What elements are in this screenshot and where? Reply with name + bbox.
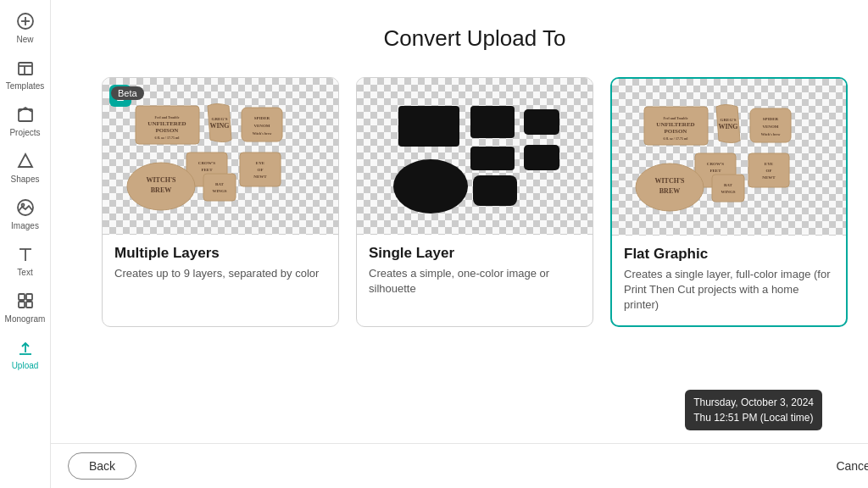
svg-rect-43: [398, 106, 459, 147]
svg-rect-45: [524, 109, 559, 135]
svg-rect-15: [26, 302, 32, 308]
svg-text:FEET: FEET: [709, 169, 721, 173]
shapes-icon: [16, 152, 35, 173]
cards-row: Feel and Trouble UNFILTERED POISON 6 fl.…: [102, 77, 848, 327]
sidebar-item-upload[interactable]: Upload: [3, 333, 48, 376]
monogram-icon: [16, 291, 35, 313]
svg-point-48: [393, 159, 468, 214]
card-multiple-layers-title: Multiple Layers: [114, 245, 220, 262]
card-multiple-layers[interactable]: Feel and Trouble UNFILTERED POISON 6 fl.…: [102, 77, 339, 327]
svg-text:6 fl. oz / 17.75 ml: 6 fl. oz / 17.75 ml: [664, 136, 689, 141]
upload-icon: [16, 338, 35, 359]
sidebar-item-templates-label: Templates: [6, 81, 45, 92]
svg-text:FEET: FEET: [201, 168, 213, 172]
card-single-layer-preview: [357, 78, 593, 235]
svg-text:VENOM: VENOM: [762, 125, 778, 129]
projects-icon: [16, 105, 35, 126]
svg-text:CROW'S: CROW'S: [198, 161, 216, 165]
svg-rect-3: [19, 63, 32, 75]
card-single-layer-title: Single Layer: [369, 245, 454, 262]
svg-text:CROW'S: CROW'S: [707, 162, 725, 166]
svg-text:UNFILTERED: UNFILTERED: [147, 120, 186, 127]
svg-rect-40: [203, 174, 236, 201]
svg-text:Feel and Trouble: Feel and Trouble: [155, 115, 180, 119]
card-single-layer[interactable]: Single Layer Creates a simple, one-color…: [356, 77, 593, 327]
text-icon: [16, 245, 35, 266]
images-icon: [16, 198, 35, 219]
svg-text:Witch's brew: Witch's brew: [761, 132, 781, 136]
svg-text:POISON: POISON: [665, 128, 687, 135]
new-icon: [16, 12, 35, 33]
svg-text:WITCH'S: WITCH'S: [654, 177, 685, 185]
svg-rect-47: [524, 145, 559, 170]
sidebar: New Templates Projects Shapes: [0, 0, 51, 488]
card-flat-graphic-desc: Creates a single layer, full-color image…: [624, 267, 834, 313]
svg-text:6 fl. oz / 17.75 ml: 6 fl. oz / 17.75 ml: [155, 136, 181, 140]
card-flat-graphic[interactable]: Feel and Trouble UNFILTERED POISON 6 fl.…: [610, 77, 848, 327]
card-single-layer-body: Single Layer Creates a simple, one-color…: [357, 235, 593, 308]
main-content: Convert Upload To Feel and Tro: [51, 0, 868, 488]
svg-text:VENOM: VENOM: [253, 124, 270, 128]
sidebar-item-text-label: Text: [17, 268, 32, 278]
sidebar-item-templates[interactable]: Templates: [3, 53, 48, 97]
sidebar-item-monogram[interactable]: Monogram: [3, 286, 48, 330]
card-multiple-layers-preview: Feel and Trouble UNFILTERED POISON 6 fl.…: [103, 78, 338, 235]
svg-text:SPIDER: SPIDER: [763, 117, 779, 121]
card-single-layer-desc: Creates a simple, one-color image or sil…: [369, 266, 581, 297]
card-multiple-layers-body: Multiple Layers Beta Creates up to 9 lay…: [103, 235, 338, 293]
svg-rect-49: [473, 175, 517, 206]
svg-text:BAT: BAT: [215, 182, 225, 186]
sidebar-item-images[interactable]: Images: [3, 193, 48, 236]
sidebar-item-projects-label: Projects: [9, 128, 40, 138]
svg-text:Feel and Trouble: Feel and Trouble: [664, 116, 688, 120]
tooltip-line2: Thu 12:51 PM (Local time): [693, 410, 814, 425]
svg-text:OF: OF: [258, 168, 264, 172]
svg-text:Witch's brew: Witch's brew: [253, 131, 272, 136]
svg-rect-71: [712, 175, 744, 202]
svg-text:WING: WING: [209, 122, 229, 130]
svg-rect-14: [19, 302, 25, 308]
svg-text:BREW: BREW: [659, 187, 680, 195]
svg-text:GREG'S: GREG'S: [721, 118, 737, 122]
svg-text:NEWT: NEWT: [762, 175, 776, 180]
svg-text:NEWT: NEWT: [253, 175, 267, 179]
content-area: Convert Upload To Feel and Tro: [51, 0, 868, 443]
sidebar-item-new-label: New: [16, 35, 33, 45]
svg-text:EYE: EYE: [256, 161, 265, 165]
page-title: Convert Upload To: [384, 25, 566, 52]
cancel-button[interactable]: Cancel: [836, 459, 868, 473]
datetime-tooltip: Thursday, October 3, 2024 Thu 12:51 PM (…: [685, 390, 822, 430]
svg-text:WITCH'S: WITCH'S: [146, 176, 176, 184]
svg-text:WINGS: WINGS: [212, 189, 226, 193]
svg-rect-44: [470, 106, 515, 138]
svg-text:BAT: BAT: [724, 183, 733, 187]
svg-text:POISON: POISON: [156, 127, 179, 134]
svg-rect-46: [470, 147, 515, 170]
sidebar-item-images-label: Images: [11, 221, 39, 231]
templates-icon: [16, 58, 35, 80]
footer: Back Thursday, October 3, 2024 Thu 12:51…: [51, 443, 868, 488]
card-multiple-layers-desc: Creates up to 9 layers, separated by col…: [114, 266, 326, 281]
card-flat-graphic-title: Flat Graphic: [624, 246, 708, 263]
svg-rect-13: [26, 294, 32, 300]
sidebar-item-text[interactable]: Text: [3, 240, 48, 283]
svg-text:BREW: BREW: [151, 186, 171, 194]
sidebar-item-projects[interactable]: Projects: [3, 100, 48, 143]
card-flat-graphic-body: Flat Graphic Creates a single layer, ful…: [612, 236, 846, 325]
sidebar-item-shapes-label: Shapes: [11, 175, 40, 185]
svg-text:UNFILTERED: UNFILTERED: [656, 121, 694, 128]
back-button[interactable]: Back: [68, 452, 136, 480]
svg-text:EYE: EYE: [765, 162, 774, 166]
svg-text:WING: WING: [718, 123, 737, 130]
sidebar-item-upload-label: Upload: [12, 361, 39, 371]
svg-rect-12: [19, 294, 25, 300]
sidebar-item-monogram-label: Monogram: [5, 314, 46, 324]
svg-text:GREG'S: GREG'S: [212, 117, 228, 121]
svg-text:OF: OF: [766, 169, 772, 173]
svg-text:SPIDER: SPIDER: [254, 116, 270, 120]
card-multiple-layers-badge: Beta: [111, 86, 144, 100]
sidebar-item-shapes[interactable]: Shapes: [3, 147, 48, 190]
svg-text:WINGS: WINGS: [721, 190, 735, 194]
sidebar-item-new[interactable]: New: [3, 7, 48, 50]
tooltip-line1: Thursday, October 3, 2024: [693, 395, 814, 410]
